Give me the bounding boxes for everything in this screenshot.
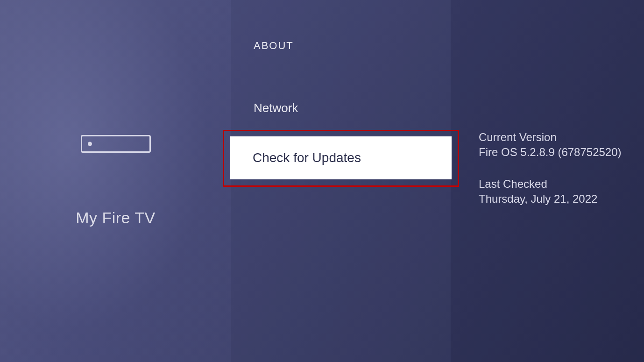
details-panel: Current Version Fire OS 5.2.8.9 (6787525… [451,0,644,362]
menu-item-check-updates-wrapper: Check for Updates [231,136,451,179]
about-menu-panel: ABOUT Network Check for Updates [231,0,451,362]
left-panel: My Fire TV [0,0,231,362]
current-version-block: Current Version Fire OS 5.2.8.9 (6787525… [479,131,644,159]
device-icon-wrapper [81,135,151,153]
current-version-value: Fire OS 5.2.8.9 (678752520) [479,146,644,159]
current-version-label: Current Version [479,131,644,144]
page-title: My Fire TV [76,209,156,227]
last-checked-value: Thursday, July 21, 2022 [479,192,644,206]
fire-tv-device-icon [81,135,151,153]
section-header: ABOUT [254,40,451,52]
last-checked-label: Last Checked [479,177,644,191]
menu-item-network[interactable]: Network [231,92,451,125]
menu-item-check-updates[interactable]: Check for Updates [230,136,452,179]
last-checked-block: Last Checked Thursday, July 21, 2022 [479,177,644,206]
